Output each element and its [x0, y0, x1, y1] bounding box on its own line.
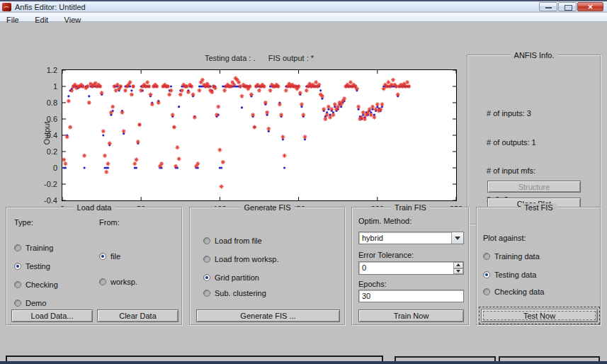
plot-title: Testing data : . FIS output : *	[62, 54, 457, 62]
scatter-plot: 050100150200250-0.4-0.200.20.40.60.811.2	[62, 69, 457, 201]
info-line-mfs: # of input mfs:	[487, 166, 568, 176]
radio-label-plot-training: Training data	[494, 252, 540, 261]
radio-circle-testing[interactable]	[14, 263, 21, 270]
error-tolerance-value: 0	[362, 263, 366, 272]
error-tolerance-spinner[interactable]	[453, 262, 463, 274]
radio-label-load-worksp: Load from worksp.	[215, 255, 278, 263]
type-label: Type:	[14, 218, 33, 227]
structure-button[interactable]: Structure	[487, 181, 581, 193]
dropdown-arrow-icon[interactable]	[451, 232, 463, 244]
train-fis-panel: Train FIS Optim. Method: hybrid Error To…	[351, 207, 470, 326]
generate-fis-title: Generate FIS	[240, 203, 294, 212]
radio-testing[interactable]: Testing	[14, 262, 50, 271]
radio-plot-training-data[interactable]: Training data	[483, 252, 540, 261]
y-tick-label: 0.6	[47, 115, 57, 123]
info-line-outputs: # of outputs: 1	[487, 138, 568, 148]
radio-circle-plot-checking[interactable]	[483, 288, 490, 295]
epochs-label: Epochs:	[358, 280, 387, 288]
radio-file[interactable]: file	[99, 252, 120, 261]
radio-label-load-file: Load from file	[215, 237, 262, 245]
load-data-button[interactable]: Load Data...	[11, 309, 93, 322]
epochs-input[interactable]: 30	[358, 290, 464, 302]
radio-circle-sub-clustering[interactable]	[203, 290, 210, 297]
y-tick-label: 0.8	[47, 98, 57, 107]
minimize-button[interactable]	[539, 2, 557, 11]
radio-circle-plot-training[interactable]	[483, 253, 490, 260]
epochs-value: 30	[362, 292, 370, 300]
train-now-button[interactable]: Train Now	[358, 309, 464, 322]
y-tick-label: -0.2	[44, 180, 57, 188]
radio-demo[interactable]: Demo	[14, 299, 46, 307]
menu-bar: File Edit View	[0, 13, 607, 22]
radio-circle-checking[interactable]	[14, 281, 21, 288]
radio-label-checking: Checking	[25, 280, 58, 289]
radio-grid-partition[interactable]: Grid partition	[203, 273, 259, 282]
radio-label-demo: Demo	[25, 299, 46, 307]
radio-circle-load-file[interactable]	[203, 237, 210, 244]
radio-plot-checking-data[interactable]: Checking data	[483, 288, 544, 296]
radio-circle-training[interactable]	[14, 244, 21, 251]
generate-fis-panel: Generate FIS Load from file Load from wo…	[189, 207, 346, 326]
y-tick-label: 0.4	[47, 131, 57, 140]
window-bottom-border	[0, 361, 607, 364]
generate-fis-button[interactable]: Generate FIS ...	[196, 309, 340, 322]
load-data-title: Load data	[74, 203, 115, 212]
radio-load-from-file[interactable]: Load from file	[203, 237, 262, 245]
radio-circle-grid-partition[interactable]	[203, 274, 210, 281]
optim-method-label: Optim. Method:	[358, 217, 412, 225]
anfis-editor-window: { "window": { "title": "Anfis Editor: Un…	[0, 0, 607, 364]
radio-label-sub-clustering: Sub. clustering	[215, 289, 266, 297]
error-tolerance-label: Error Tolerance:	[358, 251, 414, 259]
radio-training[interactable]: Training	[14, 244, 53, 252]
plot-against-label: Plot against:	[483, 234, 526, 242]
radio-checking[interactable]: Checking	[14, 280, 58, 289]
clear-data-button[interactable]: Clear Data	[97, 309, 178, 322]
anfis-info-title: ANFIS Info.	[511, 51, 558, 59]
app-icon	[2, 3, 11, 11]
radio-label-plot-testing: Testing data	[494, 271, 536, 279]
radio-circle-demo[interactable]	[14, 300, 21, 307]
spinner-up-icon[interactable]	[453, 262, 463, 268]
window-title: Anfis Editor: Untitled	[15, 3, 86, 11]
y-tick-label: 1.2	[47, 66, 57, 74]
maximize-button[interactable]	[558, 2, 577, 11]
radio-label-worksp: worksp.	[110, 278, 137, 286]
optim-method-dropdown[interactable]: hybrid	[358, 232, 464, 244]
radio-circle-file[interactable]	[99, 253, 106, 260]
plot-canvas	[62, 70, 456, 200]
radio-label-plot-checking: Checking data	[494, 288, 544, 296]
spinner-down-icon[interactable]	[453, 268, 463, 275]
anfis-info-panel: ANFIS Info. # of inputs: 3 # of outputs:…	[467, 55, 601, 225]
radio-plot-testing-data[interactable]: Testing data	[483, 271, 536, 279]
from-label: From:	[99, 218, 120, 227]
title-bar: Anfis Editor: Untitled	[0, 0, 607, 12]
radio-label-testing: Testing	[25, 262, 50, 271]
y-tick-label: 0.2	[47, 147, 57, 156]
load-data-panel: Load data Type: From: Training Testing C…	[6, 207, 183, 326]
optim-method-value: hybrid	[362, 234, 383, 242]
radio-worksp[interactable]: worksp.	[99, 278, 137, 286]
error-tolerance-input[interactable]: 0	[358, 261, 464, 275]
train-fis-title: Train FIS	[391, 203, 430, 212]
radio-sub-clustering[interactable]: Sub. clustering	[203, 289, 266, 297]
radio-label-file: file	[110, 252, 120, 261]
y-tick-label: 1	[53, 82, 57, 91]
test-fis-title: Test FIS	[521, 203, 556, 212]
radio-label-training: Training	[25, 244, 53, 252]
test-fis-panel: Test FIS Plot against: Training data Tes…	[476, 207, 601, 326]
radio-label-grid-partition: Grid partition	[215, 273, 259, 282]
info-line-inputs: # of inputs: 3	[487, 109, 568, 119]
figure-area: Testing data : . FIS output : * Output I…	[0, 23, 607, 361]
test-now-button[interactable]: Test Now	[481, 309, 598, 322]
radio-circle-plot-testing[interactable]	[483, 271, 490, 278]
radio-load-from-worksp[interactable]: Load from worksp.	[203, 255, 278, 263]
radio-circle-worksp[interactable]	[99, 278, 106, 285]
close-window-button[interactable]	[577, 2, 603, 11]
y-tick-label: 0	[53, 164, 57, 172]
radio-circle-load-worksp[interactable]	[203, 256, 210, 263]
